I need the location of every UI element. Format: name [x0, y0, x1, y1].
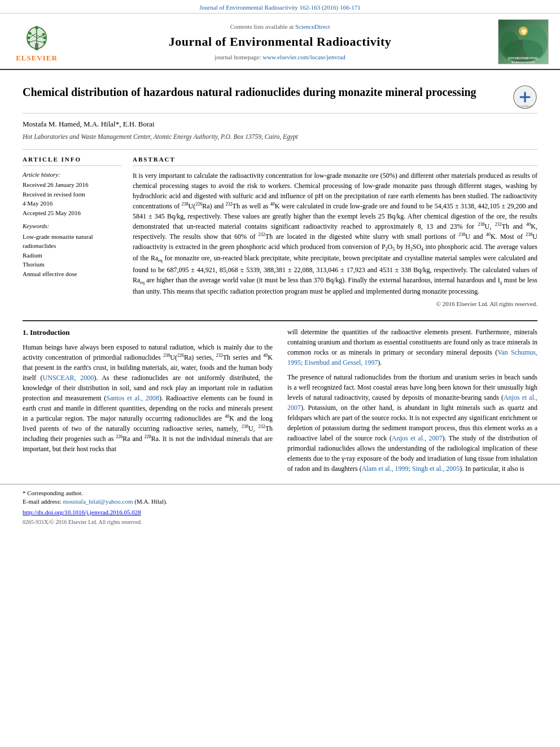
keyword-1: Low-grade monazite natural radionuclides — [23, 232, 121, 251]
email-link[interactable]: moustafa_hilal@yahoo.com — [63, 498, 133, 505]
article-info-panel: ARTICLE INFO Article history: Received 2… — [23, 155, 121, 309]
svg-point-12 — [29, 32, 32, 34]
crossmark-icon[interactable]: CrossMark — [513, 85, 537, 110]
doi-link[interactable]: http://dx.doi.org/10.1016/j.jenvrad.2016… — [23, 509, 141, 516]
footnote-email: E-mail address: moustafa_hilal@yahoo.com… — [23, 497, 537, 506]
journal-title: Journal of Environmental Radioactivity — [62, 33, 498, 51]
ref-unscear[interactable]: UNSCEAR, 2000 — [43, 374, 94, 382]
svg-text:RADIOACTIVITY: RADIOACTIVITY — [511, 61, 535, 64]
received-revised-label: Received in revised form — [23, 190, 121, 199]
keywords-section: Keywords: Low-grade monazite natural rad… — [23, 222, 121, 278]
svg-point-10 — [28, 36, 30, 39]
elsevier-wordmark: ELSEVIER — [16, 53, 58, 63]
body-col-left: 1. Introduction Human beings have always… — [23, 327, 273, 478]
history-label: Article history: — [23, 171, 121, 179]
journal-homepage: journal homepage: www.elsevier.com/locat… — [62, 53, 498, 62]
keyword-3: Thorium — [23, 260, 121, 269]
svg-text:ENVIRONMENTAL: ENVIRONMENTAL — [508, 56, 539, 60]
received-date: Received 26 January 2016 — [23, 180, 121, 190]
section-1-heading: 1. Introduction — [23, 327, 273, 338]
homepage-link[interactable]: www.elsevier.com/locate/jenvrad — [262, 54, 345, 60]
ref-anjos2007b[interactable]: Anjos et al., 2007 — [392, 434, 443, 442]
svg-point-15 — [43, 41, 46, 43]
affiliation-line: Hot Laboratories and Waste Management Ce… — [23, 132, 537, 141]
abstract-title: ABSTRACT — [133, 155, 537, 166]
svg-point-16 — [35, 26, 38, 29]
journal-header-center: Contents lists available at ScienceDirec… — [62, 23, 498, 62]
article-main: Chemical distribution of hazardous natur… — [0, 70, 560, 314]
received-revised-date: 4 May 2016 — [23, 199, 121, 208]
abstract-text: It is very important to calculate the ra… — [133, 171, 537, 296]
intro-para-1: Human beings have always been exposed to… — [23, 342, 273, 454]
svg-text:☢: ☢ — [521, 28, 527, 35]
ref-alam-singh[interactable]: Alam et al., 1999; Singh et al., 2005 — [362, 465, 460, 473]
svg-point-11 — [43, 36, 46, 39]
ref-anjos2007[interactable]: Anjos et al., 2007 — [287, 394, 537, 412]
article-title: Chemical distribution of hazardous natur… — [23, 85, 513, 99]
svg-point-14 — [28, 41, 30, 43]
svg-text:CrossMark: CrossMark — [518, 104, 533, 108]
contents-line: Contents lists available at ScienceDirec… — [62, 23, 498, 31]
body-col-right: will determine the quantities of the rad… — [287, 327, 537, 478]
intro-para-3: The presence of natural radionuclides fr… — [287, 372, 537, 474]
keywords-label: Keywords: — [23, 222, 121, 230]
article-info-abstract: ARTICLE INFO Article history: Received 2… — [23, 155, 537, 309]
sciencedirect-link[interactable]: ScienceDirect — [295, 23, 330, 30]
ref-santos[interactable]: Santos et al., 2008 — [106, 394, 159, 402]
accepted-date: Accepted 25 May 2016 — [23, 208, 121, 218]
journal-info-bar: Journal of Environmental Radioactivity 1… — [0, 0, 560, 14]
journal-cover-image: ☢ ENVIRONMENTAL RADIOACTIVITY — [498, 19, 549, 64]
keyword-2: Radium — [23, 251, 121, 260]
keyword-4: Annual effective dose — [23, 269, 121, 279]
elsevier-logo: ELSEVIER — [11, 21, 62, 63]
ref-vanschumus[interactable]: Van Schumus, 1995; Eisenbud and Gessel, … — [287, 348, 537, 366]
issn-line: 0265-931X/© 2016 Elsevier Ltd. All right… — [0, 517, 560, 531]
svg-point-13 — [42, 33, 45, 36]
authors-line: Mostafa M. Hamed, M.A. Hilal*, E.H. Bora… — [23, 119, 537, 129]
svg-point-20 — [500, 31, 520, 59]
doi-line: http://dx.doi.org/10.1016/j.jenvrad.2016… — [0, 506, 560, 517]
footnote-corresponding: * Corresponding author. — [23, 489, 537, 497]
copyright-text: © 2016 Elsevier Ltd. All rights reserved… — [133, 300, 537, 308]
intro-para-2: will determine the quantities of the rad… — [287, 327, 537, 368]
footnote-area: * Corresponding author. E-mail address: … — [0, 484, 560, 506]
article-title-section: Chemical distribution of hazardous natur… — [23, 76, 537, 113]
body-content: 1. Introduction Human beings have always… — [0, 327, 560, 478]
journal-header: ELSEVIER Contents lists available at Sci… — [0, 14, 560, 70]
abstract-panel: ABSTRACT It is very important to calcula… — [133, 155, 537, 309]
article-info-title: ARTICLE INFO — [23, 155, 121, 166]
journal-cover-svg: ☢ ENVIRONMENTAL RADIOACTIVITY — [498, 20, 548, 64]
journal-info-text: Journal of Environmental Radioactivity 1… — [199, 4, 360, 11]
elsevier-tree-icon — [20, 21, 54, 52]
